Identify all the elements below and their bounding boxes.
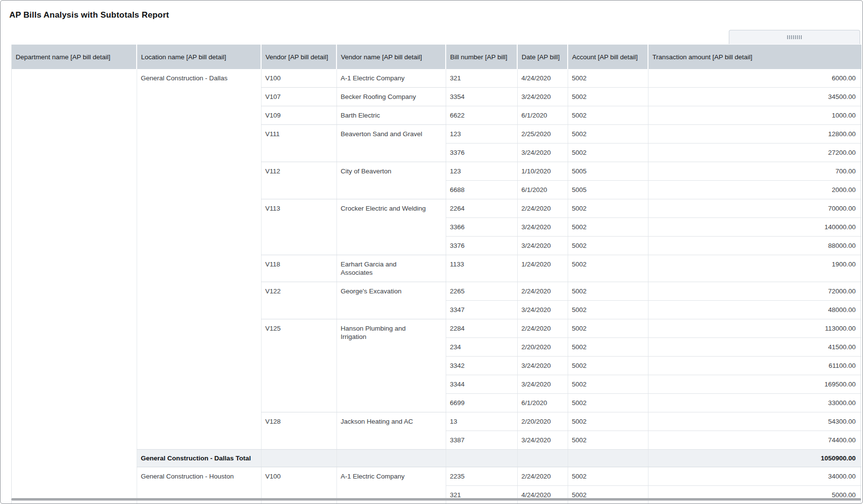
bill-date-cell: 6/1/2020 [517, 106, 568, 125]
bill-date-cell: 1/10/2020 [517, 162, 568, 181]
table-row: General Construction - HoustonV100A-1 El… [12, 467, 862, 486]
amount-cell: 1000.00 [648, 106, 862, 125]
vendor-name-cell: George's Excavation [336, 282, 446, 319]
bill-number-cell: 1133 [446, 255, 517, 282]
header-date[interactable]: Date [AP bill] [517, 45, 568, 69]
amount-cell: 6000.00 [648, 69, 862, 88]
column-drag-handle[interactable] [729, 30, 860, 44]
vendor-code-cell: V113 [261, 199, 336, 255]
bill-number-cell: 2235 [446, 467, 517, 486]
amount-cell: 113000.00 [648, 319, 862, 338]
amount-cell: 54300.00 [648, 412, 862, 431]
bill-date-cell: 2/24/2020 [517, 282, 568, 301]
account-cell: 5005 [568, 162, 648, 181]
subtotal-amount-cell: 1050900.00 [648, 450, 862, 467]
account-cell: 5002 [568, 88, 648, 106]
vendor-code-cell: V128 [261, 412, 336, 450]
amount-cell: 41500.00 [648, 338, 862, 357]
vendor-code-cell: V122 [261, 282, 336, 319]
location-cell: General Construction - Dallas [137, 69, 261, 450]
account-cell: 5002 [568, 125, 648, 144]
account-cell: 5002 [568, 69, 648, 88]
bill-date-cell: 6/1/2020 [517, 181, 568, 199]
bill-number-cell: 3376 [446, 237, 517, 255]
amount-cell: 700.00 [648, 162, 862, 181]
bill-number-cell: 3376 [446, 144, 517, 162]
subtotal-empty-cell [336, 450, 446, 467]
bill-date-cell: 4/24/2020 [517, 486, 568, 504]
account-cell: 5002 [568, 319, 648, 338]
amount-cell: 5000.00 [648, 486, 862, 504]
account-cell: 5002 [568, 106, 648, 125]
vendor-code-cell: V111 [261, 125, 336, 162]
bill-date-cell: 3/24/2020 [517, 357, 568, 375]
amount-cell: 2000.00 [648, 181, 862, 199]
vendor-code-cell: V118 [261, 255, 336, 282]
table-row: General Construction - DallasV100A-1 Ele… [12, 69, 862, 88]
vendor-code-cell: V107 [261, 88, 336, 106]
amount-cell: 33000.00 [648, 394, 862, 412]
amount-cell: 48000.00 [648, 301, 862, 319]
subtotal-row: General Construction - Dallas Total10509… [12, 450, 862, 467]
subtotal-empty-cell [517, 450, 568, 467]
header-vendor[interactable]: Vendor [AP bill detail] [261, 45, 336, 69]
subtotal-empty-cell [568, 450, 648, 467]
bill-number-cell: 3366 [446, 218, 517, 237]
header-bill-number[interactable]: Bill number [AP bill] [446, 45, 517, 69]
header-department-name[interactable]: Department name [AP bill detail] [12, 45, 137, 69]
bill-date-cell: 2/25/2020 [517, 125, 568, 144]
report-page: { "report": { "title": "AP Bills Analysi… [0, 0, 863, 504]
header-vendor-name[interactable]: Vendor name [AP bill detail] [336, 45, 446, 69]
vendor-code-cell: V100 [261, 69, 336, 88]
amount-cell: 61100.00 [648, 357, 862, 375]
bill-date-cell: 2/24/2020 [517, 319, 568, 338]
account-cell: 5002 [568, 394, 648, 412]
vendor-name-cell: Barth Electric [336, 106, 446, 125]
amount-cell: 27200.00 [648, 144, 862, 162]
account-cell: 5002 [568, 412, 648, 431]
bill-number-cell: 321 [446, 69, 517, 88]
bill-date-cell: 2/20/2020 [517, 412, 568, 431]
bill-date-cell: 2/20/2020 [517, 338, 568, 357]
account-cell: 5002 [568, 255, 648, 282]
bill-number-cell: 13 [446, 412, 517, 431]
account-cell: 5005 [568, 181, 648, 199]
bill-number-cell: 6622 [446, 106, 517, 125]
header-location-name[interactable]: Location name [AP bill detail] [137, 45, 261, 69]
amount-cell: 34000.00 [648, 467, 862, 486]
bill-date-cell: 4/24/2020 [517, 69, 568, 88]
header-transaction-amount[interactable]: Transaction amount [AP bill detail] [648, 45, 862, 69]
account-cell: 5002 [568, 338, 648, 357]
vendor-name-cell: Becker Roofing Company [336, 88, 446, 106]
page-title: AP Bills Analysis with Subtotals Report [9, 10, 169, 20]
horizontal-scrollbar[interactable] [11, 498, 861, 501]
account-cell: 5002 [568, 375, 648, 394]
amount-cell: 12800.00 [648, 125, 862, 144]
bill-date-cell: 2/24/2020 [517, 467, 568, 486]
bill-number-cell: 6699 [446, 394, 517, 412]
account-cell: 5002 [568, 144, 648, 162]
bill-date-cell: 3/24/2020 [517, 301, 568, 319]
amount-cell: 1900.00 [648, 255, 862, 282]
vendor-name-cell: City of Beaverton [336, 162, 446, 199]
bill-number-cell: 2284 [446, 319, 517, 338]
bill-date-cell: 3/24/2020 [517, 431, 568, 450]
bill-date-cell: 3/24/2020 [517, 375, 568, 394]
bill-number-cell: 3354 [446, 88, 517, 106]
bill-number-cell: 3342 [446, 357, 517, 375]
subtotal-empty-cell [261, 450, 336, 467]
amount-cell: 74400.00 [648, 431, 862, 450]
bill-date-cell: 1/24/2020 [517, 255, 568, 282]
table-header-row: Department name [AP bill detail] Locatio… [12, 45, 862, 69]
bill-number-cell: 123 [446, 162, 517, 181]
bill-date-cell: 2/24/2020 [517, 199, 568, 218]
report-table: Department name [AP bill detail] Locatio… [11, 45, 861, 504]
vendor-name-cell: Beaverton Sand and Gravel [336, 125, 446, 162]
department-cell [12, 69, 137, 504]
account-cell: 5002 [568, 237, 648, 255]
vendor-name-cell: Crocker Electric and Welding [336, 199, 446, 255]
account-cell: 5002 [568, 467, 648, 486]
header-account[interactable]: Account [AP bill detail] [568, 45, 648, 69]
vendor-code-cell: V109 [261, 106, 336, 125]
amount-cell: 72000.00 [648, 282, 862, 301]
